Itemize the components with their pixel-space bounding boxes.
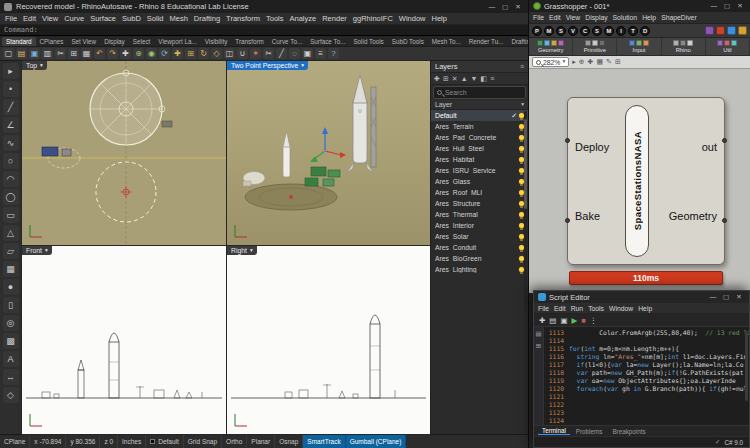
viewport-title-right[interactable]: Right ▾ — [227, 246, 257, 255]
stop-button[interactable]: ■ — [581, 316, 586, 325]
run-button[interactable]: ▶ — [571, 316, 577, 325]
toolbar-tab-transform[interactable]: Transform — [231, 37, 267, 46]
toolbar-tab-drafting[interactable]: Drafting — [507, 37, 528, 46]
code-line[interactable]: for(int m=0;m<nm.Length;m++){ — [569, 345, 749, 353]
rhino-menu-view[interactable]: View — [42, 14, 58, 23]
polyline-tool-icon[interactable]: ∠ — [3, 117, 19, 133]
rhino-menu-drafting[interactable]: Drafting — [194, 14, 220, 23]
open-file-icon[interactable]: ▤ — [16, 48, 27, 59]
component-icon[interactable] — [673, 40, 679, 46]
more-options-icon[interactable]: ⋮ — [590, 316, 598, 325]
toolbar-group-util[interactable]: Util — [706, 38, 750, 55]
rhino-menu-curve[interactable]: Curve — [64, 14, 84, 23]
rhino-menu-transform[interactable]: Transform — [226, 14, 260, 23]
input-port[interactable] — [565, 218, 570, 223]
canvas-zoom-control[interactable]: 282% ▾ — [532, 57, 569, 67]
maximize-button[interactable]: ▢ — [721, 2, 733, 10]
rhino-menu-analyze[interactable]: Analyze — [290, 14, 317, 23]
sketch-icon[interactable]: ✎ — [606, 58, 612, 66]
tab-display[interactable]: D — [640, 26, 650, 36]
layer-row-ares-lighting[interactable]: Ares_Lighting — [431, 264, 528, 275]
new-script-icon[interactable]: ✚ — [539, 316, 545, 325]
layer-row-ares-isru-service[interactable]: Ares_ISRU_Service — [431, 165, 528, 176]
move-up-icon[interactable]: ▲ — [461, 75, 468, 82]
rhino-menu-subd[interactable]: SubD — [122, 14, 141, 23]
rhino-menu-ggrhinoifc[interactable]: ggRhinoIFC — [353, 14, 393, 23]
layer-row-ares-hull-steel[interactable]: Ares_Hull_Steel — [431, 143, 528, 154]
viewport-right[interactable]: Right ▾ — [227, 246, 430, 434]
osnap-toggle[interactable]: Osnap — [275, 435, 303, 448]
component-icon[interactable] — [636, 40, 642, 46]
layer-row-ares-interior[interactable]: Ares_Interior — [431, 220, 528, 231]
toolbar-tab-subd-tools[interactable]: SubD Tools — [388, 37, 428, 46]
component-icon[interactable] — [731, 40, 737, 46]
join-icon[interactable]: ∪ — [237, 48, 248, 59]
layer-settings-icon[interactable]: ≡ — [490, 75, 494, 82]
code-line[interactable]: if(l1<0){var la=new Layer();la.Name=ln;l… — [569, 361, 749, 369]
node-output-out[interactable]: out — [702, 141, 717, 153]
node-title-capsule[interactable]: SpaceStationsNASA — [625, 105, 649, 257]
node-output-geometry[interactable]: Geometry — [669, 210, 717, 222]
minimize-button[interactable]: — — [707, 293, 719, 301]
explode-icon[interactable]: ✶ — [250, 48, 261, 59]
pointer-icon[interactable]: ▸ — [572, 58, 576, 66]
layer-row-ares-solar[interactable]: Ares_Solar — [431, 231, 528, 242]
smarttrack-toggle[interactable]: SmartTrack — [303, 435, 345, 448]
cut-icon[interactable]: ✂ — [55, 48, 66, 59]
output-port[interactable] — [722, 218, 727, 223]
surface-tool-icon[interactable]: ▱ — [3, 243, 19, 259]
undo-icon[interactable]: ↶ — [94, 48, 105, 59]
new-file-icon[interactable]: ▢ — [3, 48, 14, 59]
layer-row-ares-glass[interactable]: Ares_Glass — [431, 176, 528, 187]
lock-icon[interactable]: ▣ — [302, 48, 313, 59]
layer-row-ares-habitat[interactable]: Ares_Habitat — [431, 154, 528, 165]
component-icon[interactable] — [687, 40, 693, 46]
tab-surface[interactable]: S — [592, 26, 602, 36]
se-menu-help[interactable]: Help — [638, 305, 652, 312]
grid-snap-toggle[interactable]: Grid Snap — [184, 435, 222, 448]
planar-toggle[interactable]: Planar — [247, 435, 275, 448]
layer-row-ares-biogreen[interactable]: Ares_BioGreen — [431, 253, 528, 264]
toolbar-tab-curve-to[interactable]: Curve To... — [268, 37, 306, 46]
se-menu-edit[interactable]: Edit — [554, 305, 566, 312]
node-input-bake[interactable]: Bake — [575, 210, 624, 222]
trim-icon[interactable]: ✂ — [263, 48, 274, 59]
se-menu-run[interactable]: Run — [571, 305, 583, 312]
component-icon[interactable] — [680, 40, 686, 46]
grasshopper-titlebar[interactable]: Grasshopper - 001* —▢✕ — [529, 0, 750, 12]
layer-row-ares-structure[interactable]: Ares_Structure — [431, 198, 528, 209]
group-icon[interactable]: ⊞ — [615, 58, 621, 66]
ortho-toggle[interactable]: Ortho — [222, 435, 247, 448]
layer-row-ares-pad-concrete[interactable]: Ares_Pad_Concrete — [431, 132, 528, 143]
search-files-icon[interactable]: ⊞ — [536, 342, 541, 350]
component-icon[interactable] — [537, 40, 543, 46]
cplane-button[interactable]: CPlane — [0, 435, 30, 448]
layer-row-default[interactable]: Default✓ — [431, 110, 528, 121]
save-icon[interactable]: ▣ — [29, 48, 40, 59]
tab-curve[interactable]: C — [580, 26, 590, 36]
move-icon[interactable]: ✚ — [172, 48, 183, 59]
gumball-toggle[interactable]: Gumball (CPlane) — [346, 435, 407, 448]
layer-column-header[interactable]: Layer ▾ — [431, 100, 528, 110]
text-tool-icon[interactable]: A — [3, 351, 19, 367]
component-icon[interactable] — [558, 40, 564, 46]
block-tool-icon[interactable]: ◇ — [3, 387, 19, 403]
toolbar-group-rhino[interactable]: Rhino — [662, 38, 706, 55]
y-coordinate[interactable]: y 80.356 — [66, 435, 100, 448]
script-editor-titlebar[interactable]: Script Editor —▢✕ — [534, 291, 749, 303]
help-icon[interactable]: ? — [328, 48, 339, 59]
pan-canvas-icon[interactable]: ✚ — [588, 58, 594, 66]
point-tool-icon[interactable]: • — [3, 81, 19, 97]
units[interactable]: Inches — [118, 435, 146, 448]
named-views-icon[interactable]: ▦ — [596, 58, 603, 66]
new-layer-icon[interactable]: ✚ — [434, 75, 440, 83]
tab-intersect[interactable]: I — [616, 26, 626, 36]
rhino-menu-render[interactable]: Render — [322, 14, 347, 23]
rotate-view-icon[interactable]: ⟳ — [159, 48, 170, 59]
minimize-button[interactable]: — — [708, 2, 720, 10]
tab-vector[interactable]: V — [568, 26, 578, 36]
component-icon[interactable] — [551, 40, 557, 46]
close-button[interactable]: ✕ — [734, 2, 746, 10]
se-menu-file[interactable]: File — [538, 305, 549, 312]
current-layer[interactable]: Default — [146, 435, 184, 448]
